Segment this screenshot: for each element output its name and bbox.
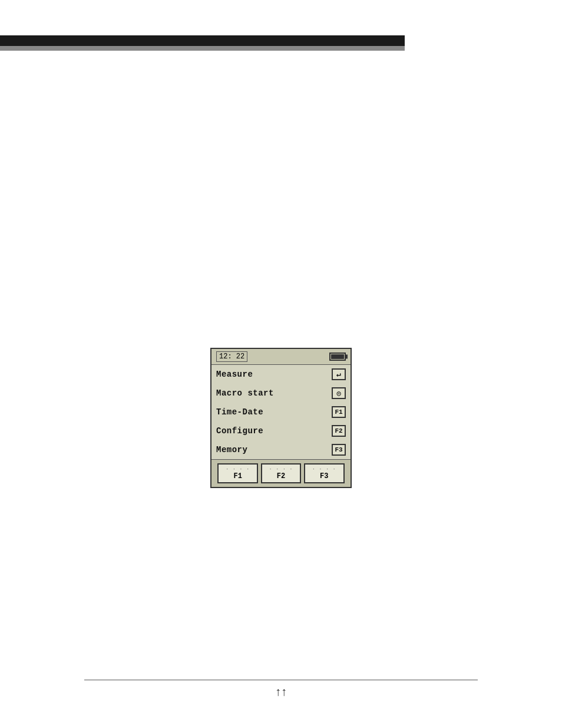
time-date-label: Time-Date	[216, 407, 263, 417]
measure-label: Measure	[216, 370, 253, 379]
f1-label: F1	[335, 409, 342, 416]
status-bar: 12: 22	[211, 349, 351, 365]
fn-key-f1-label: F1	[233, 472, 242, 480]
device-container: 12: 22 Measure ↵ Macro start ◎ Time-Date	[210, 348, 352, 488]
menu-item-memory[interactable]: Memory F3	[211, 440, 351, 459]
measure-key: ↵	[332, 368, 346, 380]
f2-dots: · · · ·	[269, 466, 293, 472]
configure-key: F2	[332, 425, 346, 437]
menu-item-measure[interactable]: Measure ↵	[211, 365, 351, 384]
time-display: 12: 22	[216, 351, 247, 362]
menu-item-macro-start[interactable]: Macro start ◎	[211, 384, 351, 403]
macro-start-label: Macro start	[216, 388, 274, 398]
configure-label: Configure	[216, 426, 263, 436]
macro-start-key: ◎	[332, 387, 346, 399]
footer-logo: ↑↑	[275, 685, 287, 699]
footer: ↑↑	[0, 680, 562, 699]
header-gray-bar	[0, 46, 405, 51]
lcd-screen: 12: 22 Measure ↵ Macro start ◎ Time-Date	[210, 348, 352, 488]
battery-fill	[331, 354, 344, 359]
function-keys-bar: · · · · F1 · · · · F2 · · · · F3	[211, 459, 351, 487]
f2-label: F2	[335, 427, 342, 434]
menu-item-configure[interactable]: Configure F2	[211, 421, 351, 440]
header-bar	[0, 35, 562, 51]
clock-icon: ◎	[336, 389, 340, 398]
memory-key: F3	[332, 444, 346, 456]
f1-dots: · · · ·	[226, 466, 250, 472]
fn-key-f2[interactable]: · · · · F2	[261, 463, 302, 483]
footer-line	[84, 680, 478, 680]
fn-key-f3[interactable]: · · · · F3	[304, 463, 345, 483]
fn-key-f3-label: F3	[320, 472, 328, 480]
battery-icon	[329, 353, 346, 361]
time-date-key: F1	[332, 406, 346, 418]
f3-label: F3	[335, 446, 342, 453]
enter-icon: ↵	[336, 370, 341, 379]
f3-dots: · · · ·	[312, 466, 336, 472]
fn-key-f1[interactable]: · · · · F1	[217, 463, 258, 483]
menu-items: Measure ↵ Macro start ◎ Time-Date F1 Con…	[211, 365, 351, 459]
memory-label: Memory	[216, 445, 247, 454]
menu-item-time-date[interactable]: Time-Date F1	[211, 403, 351, 421]
fn-key-f2-label: F2	[277, 472, 285, 480]
header-black-bar	[0, 35, 405, 46]
